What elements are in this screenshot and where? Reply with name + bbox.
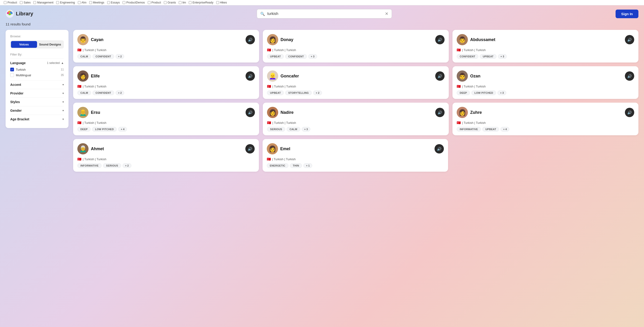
topbar-checkbox [33, 1, 36, 4]
tag-more: + 4 [118, 127, 127, 132]
gender-chevron-icon: ▾ [62, 109, 64, 112]
voice-card-nadire: 👩 Nadire 🔊 🇹🇷 | Turkish | Turkish SERIOU… [263, 103, 449, 135]
styles-label: Styles [10, 100, 20, 104]
styles-filter-header[interactable]: Styles ▾ [10, 100, 64, 104]
age-bracket-filter-header[interactable]: Age Bracket ▾ [10, 117, 64, 121]
tag-more: + 2 [116, 54, 124, 59]
topbar-item[interactable]: Hikes [216, 1, 227, 4]
play-button-elife[interactable]: 🔊 [246, 71, 255, 81]
topbar-item[interactable]: Management [33, 1, 53, 4]
play-button-ersu[interactable]: 🔊 [246, 108, 255, 117]
voice-meta-nadire: 🇹🇷 | Turkish | Turkish [267, 121, 444, 125]
topbar-item[interactable]: EnterpriseReady [189, 1, 213, 4]
tag: DEEP [77, 127, 91, 132]
tag: CONFIDENT [457, 54, 478, 59]
voice-meta-ersu: 🇹🇷 | Turkish | Turkish [77, 121, 255, 125]
language-option-turkish[interactable]: ✓ Turkish 11 [10, 67, 64, 72]
play-button-emel[interactable]: 🔊 [434, 144, 444, 153]
tag: THIN [290, 163, 302, 168]
provider-filter-header[interactable]: Provider ▾ [10, 91, 64, 95]
provider-chevron-icon: ▾ [62, 92, 64, 95]
voice-tags-cayan: CALM CONFIDENT + 2 [77, 54, 255, 59]
voices-button[interactable]: Voices [11, 41, 37, 48]
turkish-checkbox[interactable]: ✓ [10, 68, 14, 71]
voice-name-emel: Emel [280, 146, 290, 151]
multilingual-checkbox[interactable] [10, 73, 14, 77]
voice-meta-emel: 🇹🇷 | Turkish | Turkish [267, 157, 444, 161]
tag: SERIOUS [267, 127, 285, 132]
logo-text: Library [16, 11, 33, 17]
search-icon: 🔍 [260, 12, 265, 16]
voice-name-elife: Elife [91, 74, 100, 79]
sound-designs-button[interactable]: Sound Designs [37, 41, 63, 48]
topbar-checkbox [122, 1, 125, 4]
language-filter-header[interactable]: Language 1 selected ▲ [10, 61, 64, 65]
voice-name-abdussamet: Abdussamet [470, 37, 495, 42]
topbar-item[interactable]: Sales [20, 1, 30, 4]
voice-meta-abdussamet: 🇹🇷 | Turkish | Turkish [457, 48, 634, 52]
tag-more: + 3 [308, 54, 317, 59]
language-options: ✓ Turkish 11 Multilingual 35 [10, 65, 64, 78]
voice-name-ahmet: Ahmet [91, 146, 104, 151]
play-button-cayan[interactable]: 🔊 [246, 35, 255, 44]
tag: ENERGETIC [267, 163, 288, 168]
voice-meta-goncafer: 🇹🇷 | Turkish | Turkish [267, 84, 444, 88]
voice-card-zuhre: 👩 Zuhre 🔊 🇹🇷 | Turkish | Turkish INFORMA… [452, 103, 638, 135]
topbar-item[interactable]: Essays [107, 1, 120, 4]
age-bracket-label: Age Bracket [10, 117, 29, 121]
tag: UPBEAT [480, 54, 496, 59]
topbar-item[interactable]: ProductDemos [122, 1, 145, 4]
play-button-nadire[interactable]: 🔊 [435, 108, 444, 117]
topbar-checkbox [216, 1, 219, 4]
voice-card-ersu: 👨‍🦲 Ersu 🔊 🇹🇷 | Turkish | Turkish DEEP L… [73, 103, 259, 135]
top-bar: Product Sales Management Engineering Ahn… [0, 0, 644, 5]
tag: INFORMATIVE [77, 163, 102, 168]
main-area: Library 🔍 ✕ Sign In 11 results found Bro… [0, 5, 644, 175]
voice-grid-row-3: 👨‍🦲 Ersu 🔊 🇹🇷 | Turkish | Turkish DEEP L… [73, 103, 638, 135]
topbar-checkbox [179, 1, 182, 4]
gender-filter-header[interactable]: Gender ▾ [10, 109, 64, 112]
age-bracket-chevron-icon: ▾ [62, 118, 64, 121]
tag: CALM [77, 91, 91, 95]
browse-label: Browse: [10, 35, 64, 38]
tag-more: + 4 [500, 127, 509, 132]
accent-filter-header[interactable]: Accent ▾ [10, 83, 64, 87]
sign-in-button[interactable]: Sign In [616, 10, 638, 18]
tag-more: + 3 [498, 54, 507, 59]
sidebar: Browse: Voices Sound Designs Filter By: … [6, 30, 68, 128]
tag-more: + 2 [116, 91, 124, 95]
topbar-item[interactable]: Meetings [89, 1, 104, 4]
clear-icon[interactable]: ✕ [385, 11, 388, 16]
voice-meta-elife: 🇹🇷 | Turkish | Turkish [77, 84, 255, 88]
age-bracket-filter: Age Bracket ▾ [10, 115, 64, 123]
language-option-multilingual[interactable]: Multilingual 35 [10, 72, 64, 78]
search-input[interactable] [267, 12, 382, 16]
topbar-item[interactable]: Ahn [78, 1, 86, 4]
results-grid: 👨 Cayan 🔊 🇹🇷 | Turkish | Turkish CALM CO… [73, 30, 638, 172]
styles-filter: Styles ▾ [10, 98, 64, 106]
voice-card-ozan: 👨 Ozan 🔊 🇹🇷 | Turkish | Turkish DEEP LOW… [452, 66, 638, 99]
tag: DEEP [457, 91, 470, 95]
topbar-item[interactable]: Grants [164, 1, 176, 4]
voice-grid-row-4: 👨‍🦳 Ahmet 🔊 🇹🇷 | Turkish | Turkish INFOR… [73, 139, 448, 172]
avatar-cayan: 👨 [77, 34, 88, 45]
play-button-ozan[interactable]: 🔊 [625, 71, 634, 81]
topbar-item[interactable]: lim [179, 1, 186, 4]
topbar-item[interactable]: Engineering [56, 1, 75, 4]
play-button-ahmet[interactable]: 🔊 [245, 144, 255, 153]
voice-card-abdussamet: 👨 Abdussamet 🔊 🇹🇷 | Turkish | Turkish CO… [452, 30, 638, 63]
play-button-goncafer[interactable]: 🔊 [435, 71, 444, 81]
voice-meta-cayan: 🇹🇷 | Turkish | Turkish [77, 48, 255, 52]
topbar-checkbox [4, 1, 6, 4]
voice-card-elife: 👩 Elife 🔊 🇹🇷 | Turkish | Turkish CALM CO… [73, 66, 259, 99]
topbar-item[interactable]: Product [148, 1, 161, 4]
play-button-zuhre[interactable]: 🔊 [625, 108, 634, 117]
avatar-elife: 👩 [77, 71, 88, 82]
results-count: 11 results found [6, 22, 638, 26]
play-button-donay[interactable]: 🔊 [435, 35, 444, 44]
topbar-item[interactable]: Product [4, 1, 17, 4]
play-button-abdussamet[interactable]: 🔊 [625, 35, 634, 44]
voice-card-goncafer: 👱‍♀️ Goncafer 🔊 🇹🇷 | Turkish | Turkish U… [263, 66, 449, 99]
tag: SERIOUS [103, 163, 121, 168]
avatar-goncafer: 👱‍♀️ [267, 71, 278, 82]
